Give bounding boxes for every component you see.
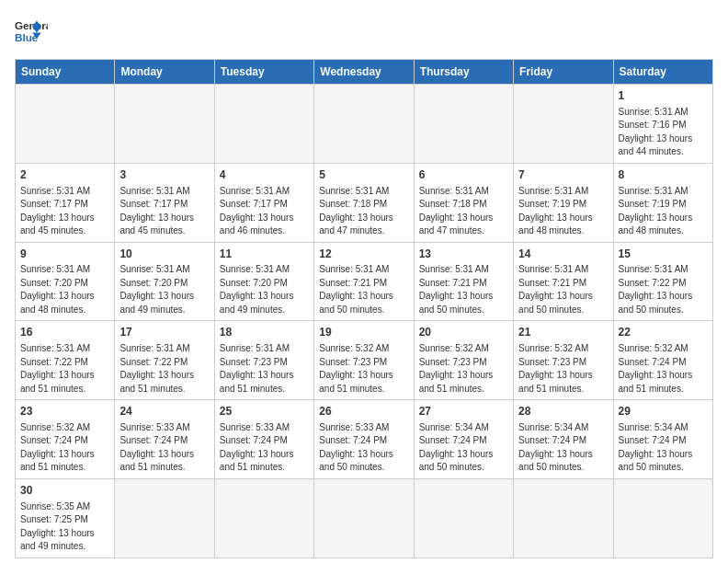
calendar-cell: 6Sunrise: 5:31 AM Sunset: 7:18 PM Daylig… [414,163,513,242]
calendar-cell: 10Sunrise: 5:31 AM Sunset: 7:20 PM Dayli… [115,242,214,321]
day-info: Sunrise: 5:33 AM Sunset: 7:24 PM Dayligh… [319,421,408,475]
calendar-cell: 3Sunrise: 5:31 AM Sunset: 7:17 PM Daylig… [115,163,214,242]
week-row-6: 30Sunrise: 5:35 AM Sunset: 7:25 PM Dayli… [16,478,713,557]
day-number: 27 [419,404,508,419]
calendar-cell: 11Sunrise: 5:31 AM Sunset: 7:20 PM Dayli… [214,242,313,321]
calendar-cell [314,478,414,557]
calendar-cell: 26Sunrise: 5:33 AM Sunset: 7:24 PM Dayli… [314,400,414,479]
calendar-cell: 18Sunrise: 5:31 AM Sunset: 7:23 PM Dayli… [214,321,313,400]
day-info: Sunrise: 5:31 AM Sunset: 7:22 PM Dayligh… [20,342,109,396]
day-info: Sunrise: 5:31 AM Sunset: 7:23 PM Dayligh… [220,342,309,396]
day-number: 21 [518,325,608,340]
day-info: Sunrise: 5:31 AM Sunset: 7:17 PM Dayligh… [220,185,309,238]
day-number: 2 [20,167,109,183]
weekday-header-thursday: Thursday [414,60,513,85]
calendar-cell: 17Sunrise: 5:31 AM Sunset: 7:22 PM Dayli… [115,321,214,400]
day-info: Sunrise: 5:33 AM Sunset: 7:24 PM Dayligh… [119,421,209,475]
calendar-cell: 28Sunrise: 5:34 AM Sunset: 7:24 PM Dayli… [514,400,613,479]
day-number: 17 [119,325,209,340]
day-info: Sunrise: 5:31 AM Sunset: 7:20 PM Dayligh… [119,263,209,316]
day-info: Sunrise: 5:31 AM Sunset: 7:21 PM Dayligh… [518,263,608,316]
calendar-cell: 25Sunrise: 5:33 AM Sunset: 7:24 PM Dayli… [214,400,313,479]
calendar-cell: 27Sunrise: 5:34 AM Sunset: 7:24 PM Dayli… [414,400,513,479]
week-row-5: 23Sunrise: 5:32 AM Sunset: 7:24 PM Dayli… [16,400,713,479]
day-info: Sunrise: 5:31 AM Sunset: 7:17 PM Dayligh… [20,185,109,238]
day-number: 26 [319,404,408,419]
day-number: 1 [619,88,708,104]
weekday-header-tuesday: Tuesday [214,60,313,85]
day-number: 10 [119,247,209,262]
calendar-cell [115,85,214,164]
calendar-cell [514,478,613,557]
calendar-cell [414,478,513,557]
calendar-cell: 13Sunrise: 5:31 AM Sunset: 7:21 PM Dayli… [414,242,513,321]
day-number: 19 [319,325,408,340]
day-number: 3 [119,167,209,183]
calendar-cell: 23Sunrise: 5:32 AM Sunset: 7:24 PM Dayli… [16,400,115,479]
calendar-cell [613,478,712,557]
calendar-cell: 29Sunrise: 5:34 AM Sunset: 7:24 PM Dayli… [613,400,712,479]
calendar-cell: 8Sunrise: 5:31 AM Sunset: 7:19 PM Daylig… [613,163,712,242]
generalblue-logo-icon: General Blue [15,15,48,48]
day-info: Sunrise: 5:31 AM Sunset: 7:19 PM Dayligh… [518,185,608,238]
day-number: 8 [619,167,708,183]
day-number: 12 [319,247,408,262]
calendar-cell: 30Sunrise: 5:35 AM Sunset: 7:25 PM Dayli… [16,478,115,557]
day-number: 11 [220,247,309,262]
svg-text:General: General [15,19,48,31]
weekday-header-friday: Friday [514,60,613,85]
day-info: Sunrise: 5:34 AM Sunset: 7:24 PM Dayligh… [419,421,508,475]
day-info: Sunrise: 5:32 AM Sunset: 7:23 PM Dayligh… [419,342,508,396]
calendar-cell: 20Sunrise: 5:32 AM Sunset: 7:23 PM Dayli… [414,321,513,400]
day-number: 30 [20,483,109,499]
day-number: 6 [419,167,508,183]
calendar-cell: 4Sunrise: 5:31 AM Sunset: 7:17 PM Daylig… [214,163,313,242]
day-number: 15 [619,247,708,262]
logo: General Blue [15,15,48,48]
calendar-table: SundayMondayTuesdayWednesdayThursdayFrid… [15,59,713,558]
day-number: 29 [619,404,708,419]
calendar-cell [414,85,513,164]
day-info: Sunrise: 5:31 AM Sunset: 7:18 PM Dayligh… [319,185,408,238]
weekday-header-sunday: Sunday [16,60,115,85]
day-info: Sunrise: 5:35 AM Sunset: 7:25 PM Dayligh… [20,500,109,554]
calendar-cell [115,478,214,557]
calendar-cell: 15Sunrise: 5:31 AM Sunset: 7:22 PM Dayli… [613,242,712,321]
calendar-cell [214,85,313,164]
calendar-cell: 2Sunrise: 5:31 AM Sunset: 7:17 PM Daylig… [16,163,115,242]
weekday-header-monday: Monday [115,60,214,85]
calendar-cell [514,85,613,164]
day-number: 7 [518,167,608,183]
day-info: Sunrise: 5:32 AM Sunset: 7:24 PM Dayligh… [20,421,109,475]
day-number: 16 [20,325,109,340]
day-info: Sunrise: 5:31 AM Sunset: 7:17 PM Dayligh… [119,185,209,238]
day-number: 5 [319,167,408,183]
calendar-cell: 7Sunrise: 5:31 AM Sunset: 7:19 PM Daylig… [514,163,613,242]
day-info: Sunrise: 5:31 AM Sunset: 7:16 PM Dayligh… [619,106,708,159]
day-info: Sunrise: 5:34 AM Sunset: 7:24 PM Dayligh… [619,421,708,475]
day-info: Sunrise: 5:34 AM Sunset: 7:24 PM Dayligh… [518,421,608,475]
day-number: 14 [518,247,608,262]
calendar-header: General Blue [15,15,713,48]
calendar-cell: 19Sunrise: 5:32 AM Sunset: 7:23 PM Dayli… [314,321,414,400]
calendar-cell: 16Sunrise: 5:31 AM Sunset: 7:22 PM Dayli… [16,321,115,400]
weekday-header-wednesday: Wednesday [314,60,414,85]
calendar-cell: 5Sunrise: 5:31 AM Sunset: 7:18 PM Daylig… [314,163,414,242]
day-number: 23 [20,404,109,419]
week-row-1: 1Sunrise: 5:31 AM Sunset: 7:16 PM Daylig… [16,85,713,164]
day-info: Sunrise: 5:32 AM Sunset: 7:23 PM Dayligh… [518,342,608,396]
calendar-cell: 1Sunrise: 5:31 AM Sunset: 7:16 PM Daylig… [613,85,712,164]
day-info: Sunrise: 5:31 AM Sunset: 7:21 PM Dayligh… [419,263,508,316]
day-info: Sunrise: 5:31 AM Sunset: 7:22 PM Dayligh… [619,263,708,316]
day-number: 13 [419,247,508,262]
day-info: Sunrise: 5:32 AM Sunset: 7:24 PM Dayligh… [619,342,708,396]
calendar-cell [214,478,313,557]
calendar-cell [314,85,414,164]
day-info: Sunrise: 5:33 AM Sunset: 7:24 PM Dayligh… [220,421,309,475]
day-info: Sunrise: 5:31 AM Sunset: 7:21 PM Dayligh… [319,263,408,316]
week-row-3: 9Sunrise: 5:31 AM Sunset: 7:20 PM Daylig… [16,242,713,321]
day-number: 20 [419,325,508,340]
day-number: 24 [119,404,209,419]
calendar-cell: 22Sunrise: 5:32 AM Sunset: 7:24 PM Dayli… [613,321,712,400]
day-number: 18 [220,325,309,340]
